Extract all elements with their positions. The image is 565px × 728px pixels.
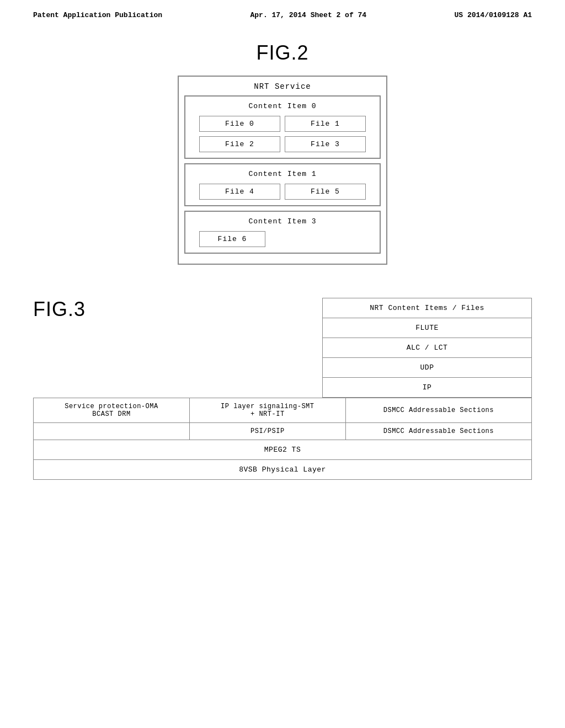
fig3-title: FIG.3 bbox=[33, 298, 322, 321]
fig3-ip-top: IP bbox=[323, 378, 531, 397]
content-item-1-box: Content Item 1 File 4 File 5 bbox=[184, 163, 381, 206]
file-4: File 4 bbox=[199, 184, 280, 200]
fig3-bottom-table: Service protection-OMA BCAST DRM IP laye… bbox=[33, 398, 532, 480]
fig3-row-service-protection: Service protection-OMA BCAST DRM IP laye… bbox=[34, 398, 531, 423]
content-item-0-label: Content Item 0 bbox=[194, 102, 371, 110]
header-left: Patent Application Publication bbox=[33, 11, 162, 19]
fig3-right-stack: NRT Content Items / Files FLUTE ALC / LC… bbox=[322, 298, 532, 398]
header-center: Apr. 17, 2014 Sheet 2 of 74 bbox=[250, 11, 366, 19]
content-item-0-box: Content Item 0 File 0 File 1 File 2 File… bbox=[184, 95, 381, 159]
fig3-dsmcc-sections: DSMCC Addressable Sections bbox=[346, 423, 531, 440]
file-1: File 1 bbox=[285, 116, 366, 132]
fig3-nrt-content-items: NRT Content Items / Files bbox=[323, 298, 531, 318]
fig3-ip-signaling: IP layer signaling-SMT + NRT-IT bbox=[190, 398, 346, 422]
fig3-8vsb: 8VSB Physical Layer bbox=[34, 460, 531, 479]
fig3-section: FIG.3 NRT Content Items / Files FLUTE AL… bbox=[33, 298, 532, 480]
content-item-3-label: Content Item 3 bbox=[194, 217, 371, 226]
fig3-row-mpeg2: MPEG2 TS bbox=[34, 440, 531, 460]
content-item-0-files: File 0 File 1 File 2 File 3 bbox=[194, 116, 371, 152]
file-5: File 5 bbox=[285, 184, 366, 200]
fig3-empty-cell bbox=[34, 423, 190, 440]
fig2-title: FIG.2 bbox=[33, 41, 532, 65]
fig3-service-protection: Service protection-OMA BCAST DRM bbox=[34, 398, 190, 422]
file-0: File 0 bbox=[199, 116, 280, 132]
content-item-1-label: Content Item 1 bbox=[194, 170, 371, 178]
fig3-mpeg2-ts: MPEG2 TS bbox=[34, 440, 531, 459]
fig3-right-column: NRT Content Items / Files FLUTE ALC / LC… bbox=[322, 298, 532, 398]
fig3-upper-left: FIG.3 bbox=[33, 298, 322, 326]
content-item-3-files: File 6 bbox=[194, 231, 371, 247]
fig3-psi-psip: PSI/PSIP bbox=[190, 423, 346, 440]
fig3-upper: FIG.3 NRT Content Items / Files FLUTE AL… bbox=[33, 298, 532, 398]
fig3-udp: UDP bbox=[323, 358, 531, 378]
fig3-row-psi: PSI/PSIP DSMCC Addressable Sections bbox=[34, 423, 531, 440]
fig3-dsmcc: DSMCC Addressable Sections bbox=[346, 398, 531, 422]
file-2: File 2 bbox=[199, 136, 280, 152]
nrt-service-label: NRT Service bbox=[184, 82, 381, 91]
content-item-3-box: Content Item 3 File 6 bbox=[184, 211, 381, 254]
fig3-alc-lct: ALC / LCT bbox=[323, 338, 531, 358]
content-item-1-files: File 4 File 5 bbox=[194, 184, 371, 200]
nrt-service-box: NRT Service Content Item 0 File 0 File 1… bbox=[178, 76, 387, 265]
fig3-flute: FLUTE bbox=[323, 318, 531, 338]
file-6: File 6 bbox=[199, 231, 265, 247]
file-3: File 3 bbox=[285, 136, 366, 152]
page-header: Patent Application Publication Apr. 17, … bbox=[33, 11, 532, 19]
header-right: US 2014/0109128 A1 bbox=[455, 11, 532, 19]
fig2-section: FIG.2 NRT Service Content Item 0 File 0 … bbox=[33, 41, 532, 265]
fig3-row-8vsb: 8VSB Physical Layer bbox=[34, 460, 531, 479]
